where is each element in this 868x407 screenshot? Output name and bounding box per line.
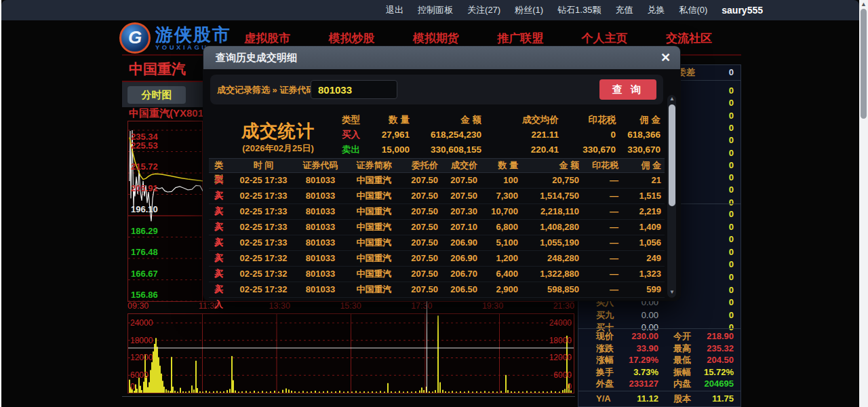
tab-intraday-chart[interactable]: 分时图 [127,86,186,104]
weicha-value: 0 [729,66,734,79]
volume-bar [476,391,477,393]
summary-cell: 卖出 [339,142,369,157]
modal-scrollbar-thumb[interactable] [669,104,675,206]
volume-bar [423,390,425,393]
trade-row: 买入02-25 17:32801033中国重汽207.50206.502,900… [209,282,665,298]
topbar-links: 退出控制面板关注(27)粉丝(1)钻石1.35颗充值兑换私信(0) [386,4,707,16]
topbar-link[interactable]: 控制面板 [418,4,453,16]
time-tick: 09:30 [127,301,149,313]
stat-value: 3.73% [633,366,658,379]
volume-bar [202,391,203,393]
volume-bar [411,391,412,393]
buy-level-volume: 0 [729,296,734,309]
topbar: 退出控制面板关注(27)粉丝(1)钻石1.35颗充值兑换私信(0) saury5… [1,0,859,20]
trade-detail-table: 类型时 间证券代码证券简称委托价成交价数 量金 额印花税佣 金买入02-25 1… [209,158,665,298]
page-scroll-up-icon[interactable]: ▲ [861,1,867,7]
filter-panel: 成交记录筛选 » 证券代码： 查 询 [210,75,663,104]
volume-bar [216,391,218,393]
topbar-link[interactable]: 退出 [386,4,403,16]
modal-header[interactable]: 查询历史成交明细 ✕ [203,46,680,69]
trade-row: 买入02-25 17:32801033中国重汽207.50206.706,400… [209,267,665,282]
volume-bar [472,391,473,393]
close-icon[interactable]: ✕ [660,50,671,65]
volume-bar [355,391,357,393]
nav-item[interactable]: 模拟期货 [413,31,459,46]
buy-level-volume: 0 [729,208,734,220]
sidebar-divider [578,391,741,391]
volume-bar [149,383,150,393]
topbar-link[interactable]: 关注(27) [467,4,500,16]
topbar-link[interactable]: 充值 [615,4,633,16]
trade-row: 买入02-25 17:32801033中国重汽207.50206.901,200… [209,251,665,267]
scroll-down-icon[interactable]: ▼ [669,289,675,295]
volume-bar [331,391,332,393]
sell-level-volume: 0 [729,172,734,184]
volume-bar [526,391,528,393]
summary-cell: 330,670 [559,142,616,157]
trade-row: 买入02-25 17:33801033中国重汽207.50207.3010,70… [209,204,665,220]
nav-item[interactable]: 推广联盟 [497,31,543,46]
page-scrollbar-thumb[interactable] [861,9,867,119]
volume-bar [387,383,389,393]
scroll-up-icon[interactable]: ▲ [669,96,675,102]
volume-bar [432,391,433,393]
volume-bar [197,388,198,393]
volume-axis-label: 6000 [130,370,149,380]
volume-bar [238,391,239,393]
topbar-link[interactable]: 粉丝(1) [515,4,543,16]
volume-bar [140,386,141,393]
summary-cell: 330,608,155 [410,142,481,157]
trade-cell: 207.50 [403,282,441,312]
volume-bar [291,391,292,393]
volume-bar [155,338,157,393]
filter-label: 成交记录筛选 » 证券代码： [217,84,323,96]
security-code-input[interactable] [311,80,397,99]
trade-cell: 02-25 17:32 [235,282,296,312]
summary-row: 卖出15,000330,608,155220.41330,670330,670 [339,142,660,157]
volume-bar [191,385,193,393]
logo-icon: G [119,22,151,54]
username[interactable]: saury555 [722,5,763,16]
topbar-link[interactable]: 兑换 [647,4,665,16]
stat-label: 股本 [673,393,691,405]
volume-bar [439,383,441,393]
nav-item[interactable]: 个人主页 [582,31,628,46]
volume-bar [163,387,165,393]
volume-bar [555,391,556,393]
volume-bar [180,388,181,393]
sell-level-volume: 0 [729,85,734,97]
trade-cell: 中国重汽 [349,282,403,312]
nav-item[interactable]: 虚拟股市 [244,31,290,46]
stat-label: 现价 [596,330,614,343]
sell-level-volume: 0 [729,184,734,196]
volume-bar [311,391,312,393]
topbar-link[interactable]: 钻石1.35颗 [557,4,601,16]
quote-row: 现价230.00今开218.90 [578,330,741,343]
volume-axis-label: 6000 [553,370,572,380]
sell-level-volume: 0 [729,122,734,134]
search-button[interactable]: 查 询 [599,79,656,100]
volume-bar [258,391,259,393]
volume-bar [315,391,316,393]
topbar-link[interactable]: 私信(0) [679,4,707,16]
nav-item[interactable]: 交流社区 [666,31,712,46]
stat-label: 今开 [673,330,691,343]
volume-bar [538,391,540,393]
stat-label: 换手 [596,366,614,379]
volume-bar [174,391,176,393]
volume-bar [323,391,324,393]
buy-level-volume: 0 [729,221,734,233]
summary-header-cell: 类型 [339,113,369,128]
volume-bar [294,391,296,393]
summary-header-cell: 成交均价 [481,113,559,128]
volume-bar [496,391,498,393]
volume-bar [347,391,349,393]
modal-body: 成交记录筛选 » 证券代码： 查 询 成交统计 (2026年02月25日) 类型… [203,69,680,301]
nav-item[interactable]: 模拟炒股 [328,31,374,46]
volume-bar [288,389,290,393]
volume-bar [452,391,453,393]
sell-level-volume: 0 [729,197,734,209]
summary-cell: 0 [559,128,616,142]
price-axis-label: 186.29 [131,226,158,236]
stat-value: 233127 [629,378,658,390]
